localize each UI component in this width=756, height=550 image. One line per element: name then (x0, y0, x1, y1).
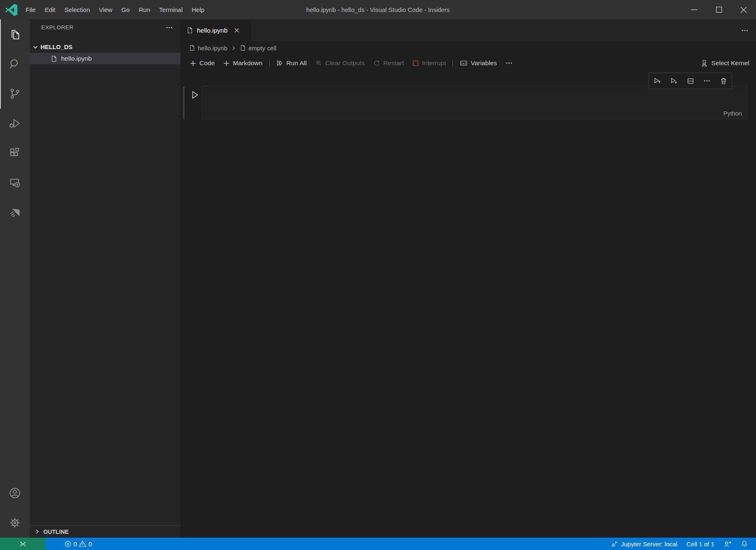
remote-indicator[interactable] (0, 538, 45, 550)
plus-icon (190, 60, 197, 67)
debug-icon (9, 117, 21, 130)
sidebar-item-extensions[interactable] (0, 138, 30, 168)
split-cell-icon (687, 77, 694, 85)
file-name: hello.ipynb (61, 55, 92, 62)
menu-go[interactable]: Go (117, 0, 134, 19)
extensions-icon (9, 147, 21, 159)
execute-below-button[interactable] (666, 73, 681, 88)
warning-count: 0 (88, 541, 92, 548)
active-item-indicator (0, 19, 1, 109)
files-icon (9, 28, 21, 40)
plus-icon (223, 60, 230, 67)
sidebar-item-source-control[interactable] (0, 79, 30, 109)
add-code-cell-button[interactable]: Code (185, 59, 219, 67)
breadcrumb-separator-icon (230, 45, 237, 51)
select-kernel-button[interactable]: Select Kernel (700, 54, 749, 72)
execute-above-button[interactable] (650, 73, 665, 88)
minimize-icon (691, 6, 698, 13)
close-window-button[interactable] (731, 0, 756, 19)
editor-more-actions-button[interactable] (741, 27, 749, 34)
cell-toolbar (649, 73, 732, 89)
menu-help[interactable]: Help (187, 0, 209, 19)
accounts-button[interactable] (0, 478, 30, 508)
folder-section-header[interactable]: HELLO_DS (30, 41, 180, 53)
outline-title: OUTLINE (43, 529, 69, 535)
notebook-toolbar: Code Markdown Run All Clea (180, 54, 756, 72)
restart-icon (373, 59, 380, 67)
explorer-title: EXPLORER (41, 24, 73, 31)
clear-outputs-button[interactable]: Clear Outputs (311, 59, 369, 67)
sidebar-item-remote-explorer[interactable] (0, 168, 30, 198)
run-below-icon (670, 77, 678, 85)
explorer-more-actions-button[interactable] (166, 24, 173, 31)
maximize-icon (716, 7, 722, 13)
menu-view[interactable]: View (95, 0, 117, 19)
status-bar: 0 0 Jupyter Server: local Cell 1 of 1 (0, 538, 756, 550)
menu-terminal[interactable]: Terminal (155, 0, 187, 19)
cell-more-actions-button[interactable] (699, 73, 714, 88)
remote-explorer-icon (9, 177, 21, 189)
cell-position-indicator[interactable]: Cell 1 of 1 (682, 538, 719, 550)
file-icon (189, 45, 195, 51)
sidebar-item-run-debug[interactable] (0, 109, 30, 138)
titlebar: File Edit Selection View Go Run Terminal… (0, 0, 756, 19)
ellipsis-icon (166, 24, 173, 31)
window-title: hello.ipynb - hello_ds - Visual Studio C… (306, 0, 450, 19)
play-icon (189, 90, 200, 100)
sidebar-item-extension-triangle[interactable] (0, 198, 30, 227)
problems-indicator[interactable]: 0 0 (61, 538, 95, 550)
jupyter-server-indicator[interactable]: Jupyter Server: local (607, 538, 682, 550)
activity-bar (0, 19, 30, 538)
add-markdown-cell-button[interactable]: Markdown (219, 59, 267, 67)
close-icon (234, 27, 240, 33)
sidebar-item-explorer[interactable] (0, 19, 30, 49)
split-cell-button[interactable] (683, 73, 698, 88)
trash-icon (720, 77, 728, 85)
breadcrumb-file[interactable]: hello.ipynb (189, 45, 228, 52)
menu-edit[interactable]: Edit (40, 0, 60, 19)
file-row-hello-ipynb[interactable]: hello.ipynb (30, 53, 180, 64)
file-icon (239, 45, 246, 51)
vscode-window: File Edit Selection View Go Run Terminal… (0, 0, 756, 550)
menu-run[interactable]: Run (134, 0, 155, 19)
run-all-button[interactable]: Run All (272, 59, 311, 67)
chevron-down-icon (32, 44, 39, 51)
run-above-icon (653, 77, 661, 85)
ellipsis-icon (505, 59, 513, 67)
notebook-cell: Python (180, 86, 756, 119)
notifications-button[interactable] (736, 538, 753, 550)
feedback-button[interactable] (719, 538, 736, 550)
breadcrumb-cell[interactable]: empty cell (239, 45, 277, 52)
tab-hello-ipynb[interactable]: hello.ipynb (180, 19, 251, 41)
kernel-icon (700, 59, 708, 67)
run-all-icon (276, 59, 284, 67)
warning-icon (79, 540, 86, 548)
notebook-more-actions-button[interactable] (501, 59, 517, 67)
clear-outputs-icon (315, 59, 322, 67)
sidebar-item-search[interactable] (0, 49, 30, 79)
variables-button[interactable]: (x) Variables (455, 59, 501, 67)
tab-close-button[interactable] (234, 27, 240, 33)
interrupt-button[interactable]: Interrupt (408, 59, 450, 67)
gear-icon (9, 517, 21, 529)
settings-button[interactable] (0, 508, 30, 538)
menu-file[interactable]: File (21, 0, 40, 19)
bell-icon (741, 540, 748, 548)
run-cell-button[interactable] (189, 89, 200, 101)
cell-language-picker[interactable]: Python (723, 110, 742, 117)
cell-focus-indicator (183, 87, 185, 119)
cell-code-editor[interactable]: Python (202, 86, 747, 119)
chevron-right-icon (34, 528, 41, 535)
tab-label: hello.ipynb (197, 27, 228, 34)
error-icon (64, 541, 71, 548)
folder-name: HELLO_DS (40, 44, 72, 50)
menu-selection[interactable]: Selection (60, 0, 95, 19)
breadcrumb: hello.ipynb empty cell (180, 41, 756, 54)
restart-button[interactable]: Restart (369, 59, 408, 67)
outline-section-header[interactable]: OUTLINE (30, 525, 180, 538)
variables-icon: (x) (460, 59, 468, 67)
minimize-button[interactable] (682, 0, 706, 19)
maximize-button[interactable] (706, 0, 731, 19)
file-icon (50, 55, 57, 62)
delete-cell-button[interactable] (716, 73, 731, 88)
